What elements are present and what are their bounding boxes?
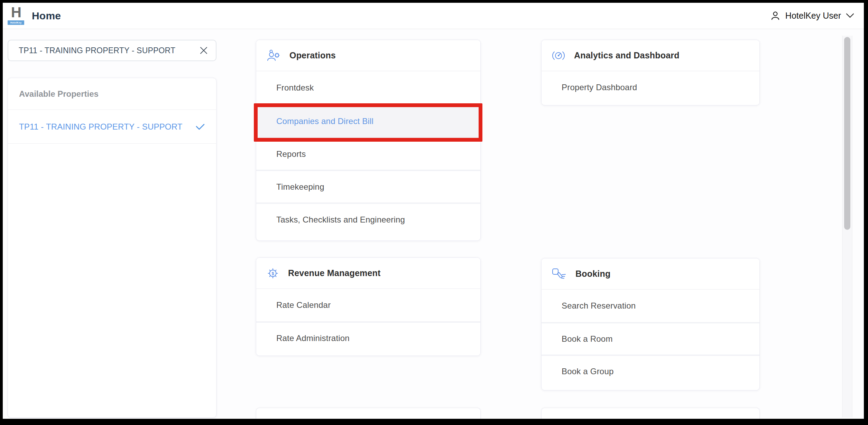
menu-item-tasks-checklists-engineering[interactable]: Tasks, Checklists and Engineering bbox=[256, 202, 480, 235]
page-title: Home bbox=[32, 10, 61, 22]
user-icon bbox=[770, 11, 781, 21]
search-value: TP11 - TRAINING PROPERTY - SUPPORT bbox=[19, 46, 175, 55]
menu-item-frontdesk[interactable]: Frontdesk bbox=[256, 71, 480, 104]
card-operations-header: Operations bbox=[256, 40, 480, 71]
app-window: H HotelKey Home HotelKey User TP11 - TRA… bbox=[3, 3, 864, 419]
user-name: HotelKey User bbox=[785, 11, 841, 21]
svg-text:$: $ bbox=[272, 271, 274, 276]
property-label: TP11 - TRAINING PROPERTY - SUPPORT bbox=[19, 122, 183, 132]
card-booking: Booking Search Reservation Book a Room B… bbox=[541, 258, 760, 390]
card-analytics-header: Analytics and Dashboard bbox=[542, 40, 759, 71]
booking-click-icon bbox=[552, 268, 566, 280]
revenue-gear-dollar-icon: $ bbox=[267, 267, 279, 280]
screenshot-frame: H HotelKey Home HotelKey User TP11 - TRA… bbox=[0, 0, 868, 425]
partial-card-middle bbox=[256, 408, 481, 419]
menu-item-search-reservation[interactable]: Search Reservation bbox=[542, 290, 759, 322]
check-icon bbox=[195, 123, 205, 130]
property-list-item[interactable]: TP11 - TRAINING PROPERTY - SUPPORT bbox=[8, 110, 216, 144]
card-revenue-header: $ Revenue Management bbox=[256, 258, 480, 289]
menu-item-book-a-room[interactable]: Book a Room bbox=[542, 322, 759, 355]
card-revenue-title: Revenue Management bbox=[288, 268, 381, 278]
available-properties-panel: Available Properties TP11 - TRAINING PRO… bbox=[8, 78, 216, 418]
operations-icon bbox=[267, 49, 280, 62]
menu-item-rate-calendar[interactable]: Rate Calendar bbox=[256, 289, 480, 321]
menu-item-rate-administration[interactable]: Rate Administration bbox=[256, 321, 480, 354]
property-search-input[interactable]: TP11 - TRAINING PROPERTY - SUPPORT bbox=[8, 40, 216, 61]
available-properties-header: Available Properties bbox=[8, 78, 216, 110]
menu-item-property-dashboard[interactable]: Property Dashboard bbox=[542, 71, 759, 104]
top-bar: H HotelKey Home HotelKey User bbox=[3, 3, 864, 29]
vertical-scrollbar-thumb[interactable] bbox=[844, 37, 850, 230]
vertical-scrollbar-track[interactable] bbox=[842, 36, 852, 417]
logo-letter: H bbox=[8, 4, 24, 20]
card-analytics-title: Analytics and Dashboard bbox=[574, 50, 680, 60]
analytics-icon bbox=[552, 50, 565, 61]
card-analytics: Analytics and Dashboard Property Dashboa… bbox=[541, 40, 760, 105]
clear-search-icon[interactable] bbox=[200, 47, 207, 54]
hotelkey-logo: H HotelKey bbox=[8, 4, 24, 25]
menu-item-companies-and-direct-bill[interactable]: Companies and Direct Bill bbox=[256, 104, 480, 137]
card-revenue-management: $ Revenue Management Rate Calendar Rate … bbox=[256, 257, 481, 356]
logo-banner-label: HotelKey bbox=[8, 20, 24, 25]
card-booking-header: Booking bbox=[542, 258, 759, 290]
menu-item-book-a-group[interactable]: Book a Group bbox=[542, 355, 759, 387]
card-operations-title: Operations bbox=[289, 50, 336, 60]
card-booking-title: Booking bbox=[575, 269, 610, 279]
user-menu[interactable]: HotelKey User bbox=[770, 11, 854, 21]
chevron-down-icon bbox=[846, 13, 854, 18]
menu-item-reports[interactable]: Reports bbox=[256, 137, 480, 170]
partial-card-right bbox=[541, 408, 760, 419]
menu-item-timekeeping[interactable]: Timekeeping bbox=[256, 170, 480, 202]
card-operations: Operations Frontdesk Companies and Direc… bbox=[256, 40, 481, 241]
